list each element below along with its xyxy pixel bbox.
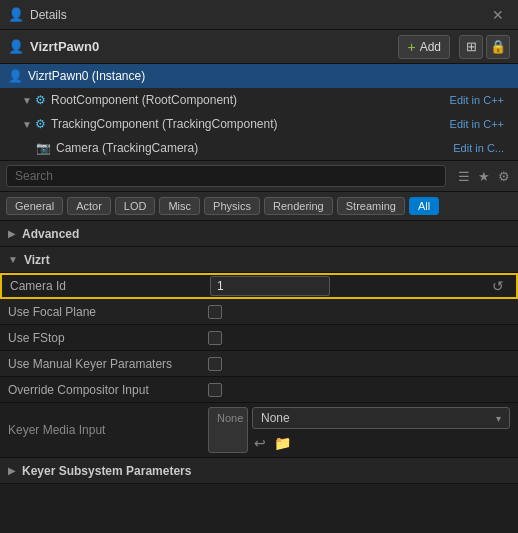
camera-id-reset-button[interactable]: ↺	[488, 276, 508, 296]
prop-fstop-value	[208, 331, 510, 345]
details-panel-icon: 👤	[8, 7, 24, 22]
tab-rendering[interactable]: Rendering	[264, 197, 333, 215]
root-icon: ⚙	[35, 93, 46, 107]
section-advanced-arrow: ▶	[8, 228, 16, 239]
actor-row: 👤 VizrtPawn0 + Add ⊞ 🔒	[0, 30, 518, 64]
plus-icon: +	[407, 39, 415, 55]
media-input-content: None None ▾ ↩ 📁	[208, 407, 510, 453]
tree-item-camera-label: Camera (TrackingCamera)	[56, 141, 453, 155]
actor-name: VizrtPawn0	[30, 39, 398, 54]
tab-misc[interactable]: Misc	[159, 197, 200, 215]
details-panel-header: 👤 Details ✕	[0, 0, 518, 30]
lock-icon: 🔒	[490, 39, 506, 54]
edit-cpp-link-root[interactable]: Edit in C++	[450, 94, 504, 106]
camera-icon: 📷	[36, 141, 51, 155]
media-dropdown-row: None ▾	[252, 407, 510, 429]
media-none-box: None	[208, 407, 248, 453]
tree-item-camera[interactable]: 📷 Camera (TrackingCamera) Edit in C...	[0, 136, 518, 160]
tree-item-vizrtpawn0[interactable]: 👤 VizrtPawn0 (Instance)	[0, 64, 518, 88]
use-fstop-checkbox[interactable]	[208, 331, 222, 345]
prop-focal-plane-label: Use Focal Plane	[8, 305, 208, 319]
tab-physics[interactable]: Physics	[204, 197, 260, 215]
grid-icon: ⊞	[466, 39, 477, 54]
prop-focal-plane-value	[208, 305, 510, 319]
prop-override-compositor: Override Compositor Input	[0, 377, 518, 403]
prop-manual-keyer-label: Use Manual Keyer Paramaters	[8, 357, 208, 371]
dropdown-arrow-icon: ▾	[496, 413, 501, 424]
prop-camera-id-value	[210, 276, 482, 296]
search-input[interactable]	[6, 165, 446, 187]
tree-arrow-tracking: ▼	[22, 119, 32, 130]
tree-arrow-root: ▼	[22, 95, 32, 106]
camera-id-input[interactable]	[210, 276, 330, 296]
tree-item-rootcomponent[interactable]: ▼ ⚙ RootComponent (RootComponent) Edit i…	[0, 88, 518, 112]
prop-manual-keyer-value	[208, 357, 510, 371]
media-right-panel: None ▾ ↩ 📁	[252, 407, 510, 453]
section-advanced-title: Advanced	[22, 227, 79, 241]
actor-icon: 👤	[8, 39, 24, 54]
edit-cpp-link-camera[interactable]: Edit in C...	[453, 142, 504, 154]
prop-camera-id-label: Camera Id	[10, 279, 210, 293]
use-manual-keyer-checkbox[interactable]	[208, 357, 222, 371]
prop-fstop-label: Use FStop	[8, 331, 208, 345]
table-view-icon[interactable]: ☰	[456, 167, 472, 186]
prop-keyer-media-input: Keyer Media Input None None ▾ ↩ 📁	[0, 403, 518, 458]
tab-all[interactable]: All	[409, 197, 439, 215]
prop-camera-id: Camera Id ↺	[0, 273, 518, 299]
prop-compositor-label: Override Compositor Input	[8, 383, 208, 397]
media-dropdown[interactable]: None ▾	[252, 407, 510, 429]
tab-lod[interactable]: LOD	[115, 197, 156, 215]
add-button[interactable]: + Add	[398, 35, 450, 59]
close-button[interactable]: ✕	[486, 5, 510, 25]
tracking-icon: ⚙	[35, 117, 46, 131]
tree-item-label: VizrtPawn0 (Instance)	[28, 69, 510, 83]
tree-item-tracking-label: TrackingComponent (TrackingComponent)	[51, 117, 450, 131]
tree-item-trackingcomponent[interactable]: ▼ ⚙ TrackingComponent (TrackingComponent…	[0, 112, 518, 136]
lock-button[interactable]: 🔒	[486, 35, 510, 59]
tab-general[interactable]: General	[6, 197, 63, 215]
media-back-button[interactable]: ↩	[252, 433, 268, 453]
component-tree: 👤 VizrtPawn0 (Instance) ▼ ⚙ RootComponen…	[0, 64, 518, 161]
search-row: ☰ ★ ⚙	[0, 161, 518, 192]
use-focal-plane-checkbox[interactable]	[208, 305, 222, 319]
media-folder-button[interactable]: 📁	[272, 433, 293, 453]
prop-use-focal-plane: Use Focal Plane	[0, 299, 518, 325]
section-vizrt-arrow: ▼	[8, 254, 18, 265]
media-input-label: Keyer Media Input	[8, 423, 208, 437]
section-keyer-subsystem-arrow: ▶	[8, 465, 16, 476]
settings-icon[interactable]: ⚙	[496, 167, 512, 186]
prop-use-fstop: Use FStop	[0, 325, 518, 351]
section-advanced[interactable]: ▶ Advanced	[0, 221, 518, 247]
filter-tabs: General Actor LOD Misc Physics Rendering…	[0, 192, 518, 221]
override-compositor-checkbox[interactable]	[208, 383, 222, 397]
prop-use-manual-keyer: Use Manual Keyer Paramaters	[0, 351, 518, 377]
prop-compositor-value	[208, 383, 510, 397]
media-icon-row: ↩ 📁	[252, 433, 510, 453]
tab-actor[interactable]: Actor	[67, 197, 111, 215]
section-vizrt[interactable]: ▼ Vizrt	[0, 247, 518, 273]
pawn-icon: 👤	[8, 69, 23, 83]
grid-view-button[interactable]: ⊞	[459, 35, 483, 59]
media-dropdown-value: None	[261, 411, 290, 425]
properties-panel: ▶ Advanced ▼ Vizrt Camera Id ↺ Use Focal…	[0, 221, 518, 533]
favorites-icon[interactable]: ★	[476, 167, 492, 186]
details-panel-title: Details	[30, 8, 486, 22]
search-toolbar: ☰ ★ ⚙	[452, 167, 512, 186]
tab-streaming[interactable]: Streaming	[337, 197, 405, 215]
edit-cpp-link-tracking[interactable]: Edit in C++	[450, 118, 504, 130]
section-vizrt-title: Vizrt	[24, 253, 50, 267]
add-label: Add	[420, 40, 441, 54]
section-keyer-subsystem-title: Keyer Subsystem Parameters	[22, 464, 191, 478]
section-keyer-subsystem[interactable]: ▶ Keyer Subsystem Parameters	[0, 458, 518, 484]
tree-item-root-label: RootComponent (RootComponent)	[51, 93, 450, 107]
